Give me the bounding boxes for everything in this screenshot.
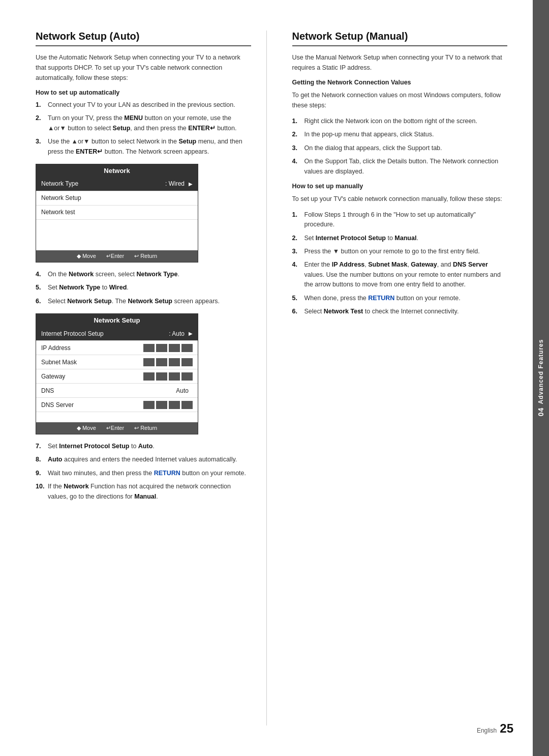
manual-step-1: 1. Follow Steps 1 through 6 in the "How … [292, 210, 508, 230]
gateway-block-4 [181, 372, 193, 381]
network-dialog-body: Network Type : Wired ▶ Network Setup Net… [36, 177, 198, 250]
manual-step-5: 5. When done, press the RETURN button on… [292, 294, 508, 303]
tab-number: 04 [537, 408, 545, 417]
tab-label: Advanced Features [537, 339, 544, 404]
dialog-row-network-test: Network test [36, 206, 198, 220]
dialog-row-subnet: Subnet Mask [36, 355, 198, 369]
subnet-block-1 [143, 358, 155, 366]
right-section-title: Network Setup (Manual) [292, 31, 508, 46]
ip-block-2 [156, 344, 167, 352]
left-section-intro: Use the Automatic Network Setup when con… [36, 52, 251, 83]
dialog-row-dns: DNS Auto [36, 384, 198, 398]
subnet-block-3 [169, 358, 180, 366]
footer-language: English [477, 727, 497, 734]
dialog-row-gateway: Gateway [36, 369, 198, 384]
step-6: 6. Select Network Setup. The Network Set… [36, 297, 251, 306]
getting-step-2: 2. In the pop-up menu that appears, clic… [292, 130, 508, 139]
dns-block-1 [143, 401, 155, 409]
subnet-block-2 [156, 358, 167, 366]
manual-intro: To set up your TV's cable network connec… [292, 194, 508, 204]
how-to-auto-title: How to set up automatically [36, 89, 251, 96]
manual-step-4: 4. Enter the IP Address, Subnet Mask, Ga… [292, 260, 508, 289]
dialog-row-network-setup: Network Setup [36, 191, 198, 206]
getting-values-title: Getting the Network Connection Values [292, 79, 508, 86]
ip-block-1 [143, 344, 155, 352]
sidebar-tab: 04 Advanced Features [533, 0, 549, 756]
manual-step-6: 6. Select Network Test to check the Inte… [292, 307, 508, 316]
steps-after-setup: 7. Set Internet Protocol Setup to Auto. … [36, 442, 251, 502]
ip-block-3 [169, 344, 180, 352]
step-7: 7. Set Internet Protocol Setup to Auto. [36, 442, 251, 451]
right-column: Network Setup (Manual) Use the Manual Ne… [287, 31, 508, 725]
dns-block-3 [169, 401, 180, 409]
network-dialog-footer: ◆ Move ↵Enter ↩ Return [36, 250, 198, 262]
manual-step-2: 2. Set Internet Protocol Setup to Manual… [292, 234, 508, 243]
dialog-row-dns-server: DNS Server [36, 398, 198, 412]
page-number: 25 [500, 721, 513, 736]
step-3: 3. Use the ▲or▼ button to select Network… [36, 137, 251, 157]
network-setup-dialog-title: Network Setup [36, 314, 198, 327]
getting-step-4: 4. On the Support Tab, click the Details… [292, 157, 508, 177]
dialog-row-ip-setup: Internet Protocol Setup : Auto ▶ [36, 327, 198, 341]
ip-block-4 [181, 344, 193, 352]
getting-steps: 1. Right click the Network icon on the b… [292, 117, 508, 177]
gateway-block-3 [169, 372, 180, 381]
step-8: 8. Auto acquires and enters the needed I… [36, 455, 251, 464]
step-5: 5. Set Network Type to Wired. [36, 283, 251, 293]
step-1: 1. Connect your TV to your LAN as descri… [36, 100, 251, 110]
step-4: 4. On the Network screen, select Network… [36, 270, 251, 279]
dialog-row-ip-address: IP Address [36, 341, 198, 355]
step-10: 10. If the Network Function has not acqu… [36, 482, 251, 502]
step-2: 2. Turn on your TV, press the MENU butto… [36, 113, 251, 133]
gateway-block-1 [143, 372, 155, 381]
dns-block-4 [181, 401, 193, 409]
getting-step-3: 3. On the dialog that appears, click the… [292, 143, 508, 153]
steps-before-dialog: 1. Connect your TV to your LAN as descri… [36, 100, 251, 157]
right-section-intro: Use the Manual Network Setup when connec… [292, 52, 508, 73]
step-9: 9. Wait two minutes, and then press the … [36, 469, 251, 478]
network-setup-dialog-body: Internet Protocol Setup : Auto ▶ IP Addr… [36, 327, 198, 422]
steps-after-dialog: 4. On the Network screen, select Network… [36, 270, 251, 306]
network-setup-dialog: Network Setup Internet Protocol Setup : … [36, 313, 198, 434]
getting-step-1: 1. Right click the Network icon on the b… [292, 117, 508, 126]
network-setup-dialog-footer: ◆ Move ↵Enter ↩ Return [36, 422, 198, 434]
network-dialog: Network Network Type : Wired ▶ Network S… [36, 164, 198, 263]
left-column: Network Setup (Auto) Use the Automatic N… [36, 31, 267, 725]
subnet-block-4 [181, 358, 193, 366]
gateway-block-2 [156, 372, 167, 381]
getting-values-intro: To get the Network connection values on … [292, 90, 508, 110]
network-dialog-title: Network [36, 164, 198, 177]
how-to-manual-title: How to set up manually [292, 183, 508, 190]
manual-step-3: 3. Press the ▼ button on your remote to … [292, 247, 508, 256]
left-section-title: Network Setup (Auto) [36, 31, 251, 46]
sidebar-tab-content: 04 Advanced Features [537, 339, 545, 416]
page-footer: English 25 [477, 721, 513, 736]
dns-block-2 [156, 401, 167, 409]
dialog-row-network-type: Network Type : Wired ▶ [36, 177, 198, 191]
manual-steps: 1. Follow Steps 1 through 6 in the "How … [292, 210, 508, 316]
